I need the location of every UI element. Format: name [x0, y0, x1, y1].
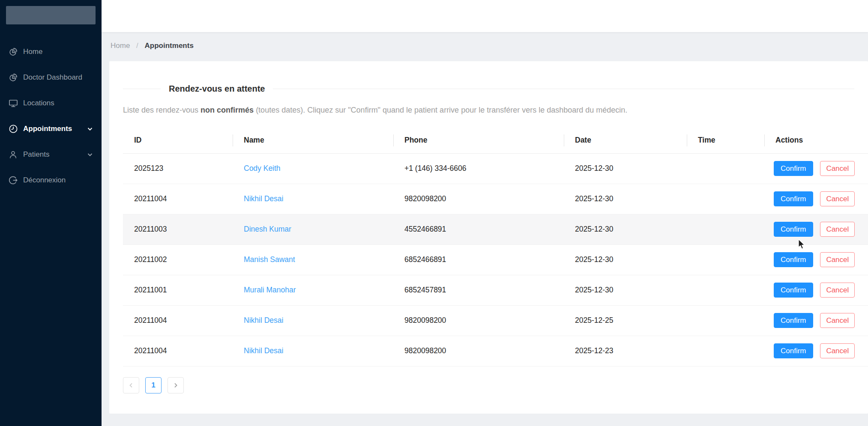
cell-id: 20211001	[123, 275, 233, 305]
cancel-button[interactable]: Cancel	[820, 343, 855, 358]
appointments-table: ID Name Phone Date Time Actions 2025123 …	[123, 128, 868, 366]
cell-name: Manish Sawant	[233, 244, 393, 275]
sidebar-item-doctor-dashboard[interactable]: Doctor Dashboard	[0, 69, 102, 86]
cell-time	[687, 305, 764, 336]
cell-name: Nikhil Desai	[233, 305, 393, 336]
breadcrumb: Home / Appointments	[102, 32, 868, 50]
cell-actions: Confirm Cancel	[764, 336, 868, 366]
app-root: Home Doctor Dashboard	[0, 0, 868, 426]
cell-date: 2025-12-30	[564, 184, 687, 214]
breadcrumb-current: Appointments	[145, 42, 194, 50]
cell-time	[687, 336, 764, 366]
patient-name-link[interactable]: Murali Manohar	[244, 286, 296, 294]
confirm-button[interactable]: Confirm	[774, 343, 813, 358]
pending-appointments-card: Rendez-vous en attente Liste des rendez-…	[109, 61, 868, 414]
cell-date: 2025-12-30	[564, 153, 687, 184]
cell-time	[687, 275, 764, 305]
patient-name-link[interactable]: Cody Keith	[244, 164, 281, 173]
content-area: Home / Appointments Rendez-vous en atten…	[102, 32, 868, 426]
patient-name-link[interactable]: Manish Sawant	[244, 255, 295, 264]
pagination-page-1[interactable]: 1	[145, 377, 162, 393]
app-logo	[6, 6, 96, 24]
cell-phone: 6852466891	[393, 244, 564, 275]
column-header-date: Date	[564, 128, 687, 153]
column-header-name: Name	[233, 128, 393, 153]
top-header-bar	[102, 0, 868, 32]
sidebar-item-patients[interactable]: Patients	[0, 146, 102, 163]
appointment-row: 20211004 Nikhil Desai 9820098200 2025-12…	[123, 305, 868, 336]
sidebar-item-label: Doctor Dashboard	[23, 73, 82, 82]
cell-actions: Confirm Cancel	[764, 184, 868, 214]
confirm-button[interactable]: Confirm	[774, 222, 813, 237]
cancel-button[interactable]: Cancel	[820, 283, 855, 298]
patient-name-link[interactable]: Nikhil Desai	[244, 346, 283, 355]
column-header-phone: Phone	[393, 128, 564, 153]
appointment-row: 20211002 Manish Sawant 6852466891 2025-1…	[123, 244, 868, 275]
cancel-button[interactable]: Cancel	[820, 222, 855, 237]
cell-date: 2025-12-23	[564, 336, 687, 366]
page-description: Liste des rendez-vous non confirmés (tou…	[123, 105, 868, 115]
cell-phone: 9820098200	[393, 305, 564, 336]
confirm-button[interactable]: Confirm	[774, 252, 813, 267]
confirm-button[interactable]: Confirm	[774, 283, 813, 298]
sidebar-item-label: Home	[23, 48, 42, 56]
divider-line	[123, 89, 161, 89]
description-text: Liste des rendez-vous	[123, 106, 201, 114]
cell-phone: +1 (146) 334-6606	[393, 153, 564, 184]
chevron-left-icon	[128, 382, 134, 388]
cell-phone: 9820098200	[393, 336, 564, 366]
patient-name-link[interactable]: Dinesh Kumar	[244, 225, 291, 233]
cancel-button[interactable]: Cancel	[820, 313, 855, 328]
card-title-divider: Rendez-vous en attente	[123, 83, 868, 94]
description-bold-text: non confirmés	[201, 106, 254, 114]
cancel-button[interactable]: Cancel	[820, 191, 855, 206]
cell-actions: Confirm Cancel	[764, 305, 868, 336]
confirm-button[interactable]: Confirm	[774, 191, 813, 206]
cell-date: 2025-12-30	[564, 244, 687, 275]
sidebar-item-label: Patients	[23, 150, 49, 159]
divider-line	[273, 89, 854, 89]
table-header-row: ID Name Phone Date Time Actions	[123, 128, 868, 153]
pie-chart-icon	[9, 48, 18, 57]
sidebar-item-locations[interactable]: Locations	[0, 95, 102, 112]
cell-actions: Confirm Cancel	[764, 214, 868, 244]
sidebar: Home Doctor Dashboard	[0, 0, 102, 426]
cell-id: 20211004	[123, 184, 233, 214]
breadcrumb-home-link[interactable]: Home	[111, 42, 130, 50]
main-area: Home / Appointments Rendez-vous en atten…	[102, 0, 868, 426]
cancel-button[interactable]: Cancel	[820, 161, 855, 176]
pagination-next-button[interactable]	[168, 377, 184, 393]
confirm-button[interactable]: Confirm	[774, 161, 813, 176]
cell-id: 2025123	[123, 153, 233, 184]
cancel-button[interactable]: Cancel	[820, 252, 855, 267]
cell-date: 2025-12-30	[564, 214, 687, 244]
cell-name: Nikhil Desai	[233, 336, 393, 366]
confirm-button[interactable]: Confirm	[774, 313, 813, 328]
pagination: 1	[123, 377, 868, 393]
chevron-right-icon	[173, 382, 179, 388]
cell-actions: Confirm Cancel	[764, 275, 868, 305]
clock-icon	[9, 125, 18, 134]
logout-icon	[9, 176, 18, 185]
sidebar-item-home[interactable]: Home	[0, 43, 102, 60]
pagination-prev-button[interactable]	[123, 377, 139, 393]
cell-actions: Confirm Cancel	[764, 153, 868, 184]
pie-chart-icon	[9, 73, 18, 82]
sidebar-item-appointments[interactable]: Appointments	[0, 120, 102, 137]
sidebar-item-logout[interactable]: Déconnexion	[0, 172, 102, 189]
sidebar-nav: Home Doctor Dashboard	[0, 30, 102, 189]
cell-phone: 4552466891	[393, 214, 564, 244]
cell-time	[687, 184, 764, 214]
cell-date: 2025-12-25	[564, 305, 687, 336]
cell-id: 20211004	[123, 336, 233, 366]
patient-name-link[interactable]: Nikhil Desai	[244, 194, 283, 203]
appointment-row: 2025123 Cody Keith +1 (146) 334-6606 202…	[123, 153, 868, 184]
chevron-down-icon	[87, 126, 93, 132]
sidebar-item-label: Déconnexion	[23, 176, 66, 185]
cell-id: 20211004	[123, 305, 233, 336]
cell-time	[687, 244, 764, 275]
breadcrumb-separator: /	[136, 42, 138, 50]
patient-name-link[interactable]: Nikhil Desai	[244, 316, 283, 325]
appointment-row: 20211003 Dinesh Kumar 4552466891 2025-12…	[123, 214, 868, 244]
cell-time	[687, 214, 764, 244]
